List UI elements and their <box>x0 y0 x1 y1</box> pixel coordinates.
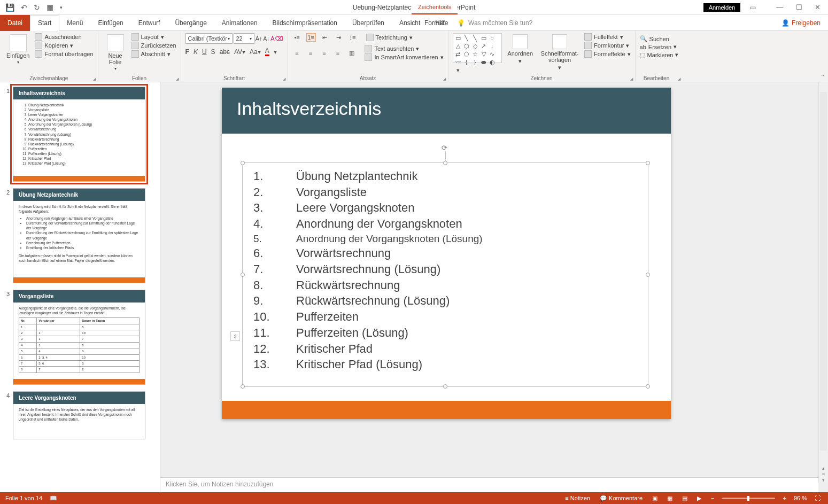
underline-button[interactable]: U <box>202 48 207 56</box>
thumbnail-3[interactable]: Vorgangsliste Ausgangspunkt ist eine Vor… <box>13 290 145 385</box>
columns-button[interactable]: ▥ <box>347 49 357 57</box>
maximize-icon[interactable]: ☐ <box>796 3 802 11</box>
slide-counter[interactable]: Folie 1 von 14 <box>5 495 42 501</box>
paste-button[interactable]: Einfügen ▾ <box>4 33 32 66</box>
resize-handle[interactable] <box>241 384 245 389</box>
shape-effects-button[interactable]: Formeffekte ▾ <box>584 50 631 58</box>
undo-icon[interactable]: ↶ <box>21 3 27 12</box>
autofit-options-button[interactable]: ⇕ <box>230 331 240 341</box>
strike-button[interactable]: abc <box>220 48 230 56</box>
case-button[interactable]: Aa▾ <box>250 48 261 56</box>
zoom-slider[interactable] <box>722 498 775 499</box>
indent-inc-button[interactable]: ⇥ <box>334 33 344 42</box>
arrange-button[interactable]: Anordnen▾ <box>505 33 535 66</box>
cut-button[interactable]: Ausschneiden <box>35 33 93 41</box>
increase-font-button[interactable]: A↑ <box>256 35 262 42</box>
new-slide-button[interactable]: Neue Folie ▾ <box>103 33 128 72</box>
rotate-handle-icon[interactable]: ⟳ <box>442 144 449 151</box>
share-button[interactable]: 👤 Freigeben <box>781 19 821 27</box>
reset-button[interactable]: Zurücksetzen <box>131 42 176 49</box>
justify-button[interactable]: ≡ <box>333 49 343 57</box>
resize-handle[interactable] <box>443 161 447 165</box>
start-show-icon[interactable]: ▦ <box>47 3 53 12</box>
prev-slide-icon[interactable]: ▴ <box>822 466 825 471</box>
shape-fill-button[interactable]: Fülleffekt ▾ <box>584 33 631 41</box>
slide-editor[interactable]: Inhaltsverzeichnis ⟳ 1.Übung Netzplantec… <box>160 82 828 492</box>
numbering-button[interactable]: 1≡ <box>306 33 316 42</box>
reading-view-icon[interactable]: ▤ <box>680 495 690 502</box>
tab-insert[interactable]: Einfügen <box>90 15 130 31</box>
italic-button[interactable]: K <box>194 48 198 56</box>
zoom-out-button[interactable]: − <box>709 495 716 501</box>
font-name-input[interactable]: Calibri (Textkör▾ <box>185 33 233 44</box>
normal-view-icon[interactable]: ▣ <box>650 495 660 502</box>
tab-file[interactable]: Datei <box>0 15 30 31</box>
font-size-input[interactable]: 22▾ <box>234 33 254 44</box>
resize-handle[interactable] <box>646 161 650 165</box>
select-button[interactable]: ⬚ Markieren ▾ <box>640 51 679 58</box>
slide-canvas[interactable]: Inhaltsverzeichnis ⟳ 1.Übung Netzplantec… <box>222 88 671 419</box>
resize-handle[interactable] <box>241 161 245 165</box>
thumbnail-4[interactable]: Leere Vorgangsknoten Ziel ist die Erstel… <box>13 391 145 439</box>
bullets-button[interactable]: •≡ <box>292 33 302 42</box>
align-right-button[interactable]: ≡ <box>320 49 329 57</box>
shape-outline-button[interactable]: Formkontur ▾ <box>584 42 631 49</box>
shadow-button[interactable]: S <box>211 48 215 56</box>
clear-format-button[interactable]: A⌫ <box>270 35 283 42</box>
notes-toggle[interactable]: ≡ Notizen <box>563 495 592 501</box>
tab-animations[interactable]: Animationen <box>214 15 265 31</box>
notes-pane[interactable]: Klicken Sie, um Notizen hinzuzufügen <box>160 477 818 492</box>
layout-button[interactable]: Layout ▾ <box>131 33 176 41</box>
redo-icon[interactable]: ↻ <box>34 3 40 12</box>
thumbnail-2[interactable]: Übung Netzplantechnik In dieser Übung wi… <box>13 188 145 283</box>
fit-to-window-icon[interactable]: ⛶ <box>812 495 823 501</box>
next-slide-icon[interactable]: ▾ <box>822 477 825 483</box>
quick-styles-button[interactable]: Schnellformat-vorlagen▾ <box>538 33 581 72</box>
comments-toggle[interactable]: 💬 Kommentare <box>598 495 645 502</box>
content-textbox[interactable]: ⟳ 1.Übung Netzplantechnik2.Vorgangsliste… <box>242 162 648 387</box>
ribbon-display-icon[interactable]: ▭ <box>750 4 756 11</box>
sorter-view-icon[interactable]: ▦ <box>665 495 675 502</box>
tab-design[interactable]: Entwurf <box>131 15 168 31</box>
spacing-button[interactable]: AV▾ <box>234 48 245 56</box>
resize-handle[interactable] <box>646 273 650 277</box>
shapes-gallery[interactable]: ▭╲╲▭○△⬡ ◇↗↓⇄⬠☆▽ ∿〰{}⬬◐▾ <box>453 33 502 63</box>
collapse-ribbon-icon[interactable]: ⌃ <box>821 74 825 80</box>
convert-smartart-button[interactable]: In SmartArt konvertieren ▾ <box>365 53 443 61</box>
copy-button[interactable]: Kopieren ▾ <box>35 42 93 49</box>
spellcheck-icon[interactable]: 📖 <box>50 495 57 502</box>
tab-menu[interactable]: Menü <box>59 15 90 31</box>
close-icon[interactable]: ✕ <box>815 3 821 11</box>
find-button[interactable]: 🔍 Suchen <box>640 35 679 42</box>
toc-list[interactable]: 1.Übung Netzplantechnik2.Vorgangsliste3.… <box>253 168 637 373</box>
resize-handle[interactable] <box>646 384 650 389</box>
save-icon[interactable]: 💾 <box>5 3 14 12</box>
indent-dec-button[interactable]: ⇤ <box>320 33 330 42</box>
replace-button[interactable]: ab Ersetzen ▾ <box>640 43 679 50</box>
editor-scrollbar[interactable]: ▴≡▾ <box>818 82 828 483</box>
align-center-button[interactable]: ≡ <box>306 49 315 57</box>
decrease-font-button[interactable]: A↓ <box>264 36 270 42</box>
resize-handle[interactable] <box>241 273 245 277</box>
thumbnail-1[interactable]: Inhaltsverzeichnis Übung Netzplantechnik… <box>13 87 145 182</box>
tab-start[interactable]: Start <box>30 15 59 31</box>
tab-slideshow[interactable]: Bildschirmpräsentation <box>265 15 345 31</box>
tab-review[interactable]: Überprüfen <box>345 15 392 31</box>
font-color-button[interactable]: A <box>265 47 269 56</box>
zoom-level[interactable]: 96 % <box>794 495 807 501</box>
section-button[interactable]: Abschnitt ▾ <box>131 50 176 58</box>
tell-me-search[interactable]: 💡 Was möchten Sie tun? <box>457 19 532 27</box>
align-text-button[interactable]: Text ausrichten ▾ <box>365 45 443 52</box>
slideshow-view-icon[interactable]: ▶ <box>695 495 703 502</box>
text-direction-button[interactable]: Textrichtung ▾ <box>366 34 413 41</box>
minimize-icon[interactable]: ― <box>776 3 783 11</box>
resize-handle[interactable] <box>443 384 447 389</box>
format-painter-button[interactable]: Format übertragen <box>35 50 93 58</box>
tab-transitions[interactable]: Übergänge <box>167 15 214 31</box>
line-spacing-button[interactable]: ↕≡ <box>348 33 358 42</box>
slide-title[interactable]: Inhaltsverzeichnis <box>222 88 671 134</box>
zoom-in-button[interactable]: + <box>780 495 788 501</box>
tab-format[interactable]: Format <box>417 15 452 31</box>
qat-dropdown-icon[interactable]: ▾ <box>60 5 63 10</box>
signin-button[interactable]: Anmelden <box>703 3 741 12</box>
